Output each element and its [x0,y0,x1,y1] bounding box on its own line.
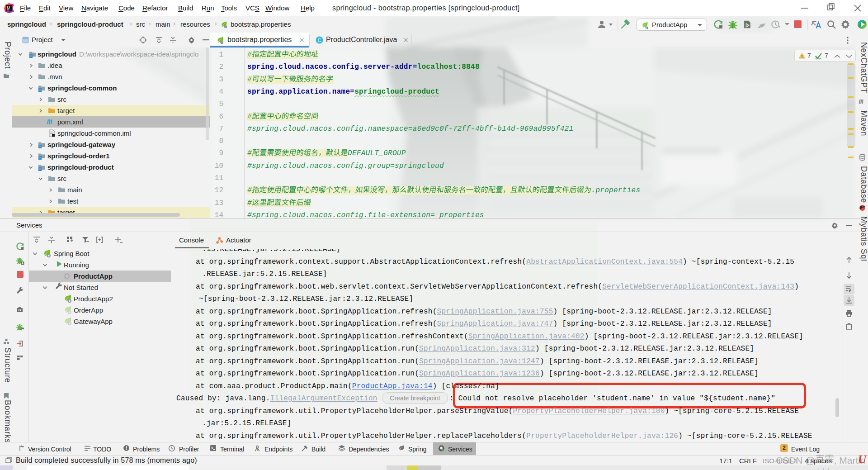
svg-text:IJ: IJ [7,5,10,9]
svg-text:C: C [318,38,321,43]
